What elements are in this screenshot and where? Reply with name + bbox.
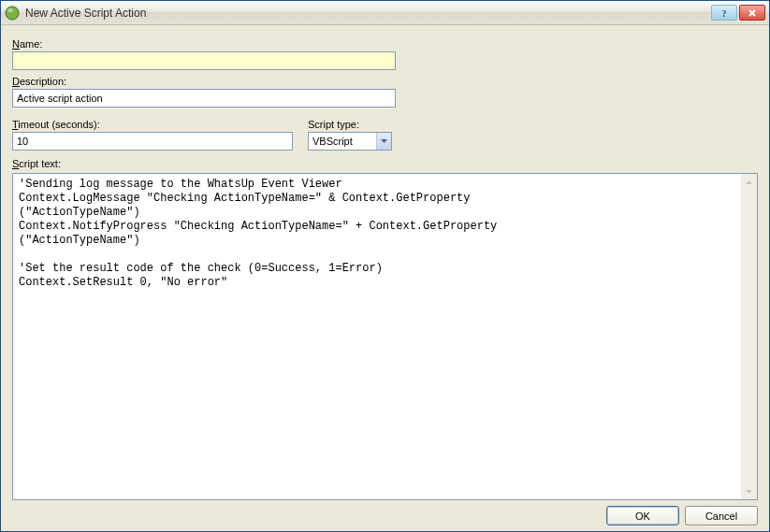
svg-marker-6	[746, 180, 752, 184]
script-text-label: Script text:	[12, 158, 758, 169]
timeout-column: Timeout (seconds):	[12, 113, 293, 151]
titlebar-controls: ?	[711, 5, 765, 21]
script-type-value: VBScript	[309, 133, 376, 150]
scroll-track[interactable]	[741, 190, 757, 483]
name-input[interactable]	[12, 51, 396, 70]
scroll-up-icon[interactable]	[741, 174, 757, 190]
description-label: Description:	[12, 76, 758, 87]
timeout-input[interactable]	[12, 132, 293, 151]
name-label-text: ame:	[20, 38, 42, 50]
close-button[interactable]	[739, 5, 765, 21]
cancel-button[interactable]: Cancel	[685, 506, 758, 525]
svg-marker-5	[381, 139, 387, 143]
script-type-column: Script type: VBScript	[308, 113, 392, 151]
timeout-label: Timeout (seconds):	[12, 119, 293, 130]
window-title: New Active Script Action	[25, 7, 711, 20]
chevron-down-icon[interactable]	[376, 133, 391, 150]
dialog-window: New Active Script Action ? Name: Descrip…	[0, 0, 770, 532]
description-label-text: escription:	[20, 76, 66, 87]
script-text-content[interactable]: 'Sending log message to the WhatsUp Even…	[13, 174, 741, 499]
vertical-scrollbar[interactable]	[741, 174, 757, 499]
app-icon	[5, 6, 20, 21]
scroll-down-icon[interactable]	[741, 483, 757, 499]
name-label: Name:	[12, 38, 758, 50]
script-text-area[interactable]: 'Sending log message to the WhatsUp Even…	[12, 173, 758, 500]
titlebar: New Active Script Action ?	[1, 1, 769, 25]
script-type-label: Script type:	[308, 119, 392, 130]
svg-point-0	[6, 7, 19, 20]
name-label-accelerator: N	[12, 38, 20, 50]
dialog-content: Name: Description: Timeout (seconds): Sc…	[1, 25, 769, 531]
timeout-scripttype-row: Timeout (seconds): Script type: VBScript	[12, 113, 758, 151]
svg-marker-7	[746, 490, 752, 494]
dialog-button-row: OK Cancel	[12, 500, 758, 525]
svg-point-1	[7, 7, 13, 11]
timeout-label-text: imeout (seconds):	[18, 119, 99, 130]
svg-text:?: ?	[722, 8, 727, 18]
ok-button[interactable]: OK	[606, 506, 679, 525]
script-type-select[interactable]: VBScript	[308, 132, 392, 151]
description-label-accelerator: D	[12, 76, 20, 87]
script-text-label-text: cript text:	[19, 158, 61, 169]
description-input[interactable]	[12, 89, 396, 108]
help-button[interactable]: ?	[711, 5, 737, 21]
